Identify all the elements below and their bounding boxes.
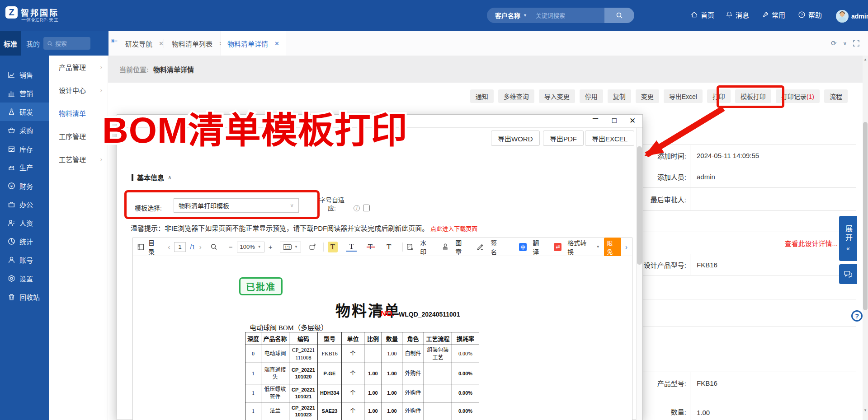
more-tools-icon[interactable]: › bbox=[625, 243, 627, 251]
zoom-out-icon[interactable]: − bbox=[229, 243, 233, 251]
submenu-item-design-center[interactable]: 设计中心› bbox=[49, 79, 108, 102]
next-page-icon[interactable]: › bbox=[199, 243, 202, 251]
sidebar-item-settings[interactable]: 设置 bbox=[0, 269, 49, 288]
refresh-icon[interactable]: ⟳ bbox=[831, 39, 837, 47]
submenu-item-bom[interactable]: 物料清单 bbox=[49, 102, 108, 125]
nav-home[interactable]: 首页 bbox=[690, 10, 714, 19]
dialog-scrollbar-thumb[interactable] bbox=[637, 146, 642, 265]
tab-bom-detail[interactable]: 物料清单详情✕ bbox=[221, 31, 286, 56]
collapse-caret-icon[interactable]: ∧ bbox=[168, 174, 172, 181]
field-add-user: 添加人员: admin bbox=[643, 166, 856, 187]
export-excel-button[interactable]: 导出Excel bbox=[664, 89, 703, 103]
multi-query-button[interactable]: 多维查询 bbox=[498, 89, 534, 103]
help-button[interactable]: ? bbox=[851, 310, 863, 322]
tab-standard[interactable]: 标准 bbox=[0, 31, 21, 56]
user-menu[interactable]: admin ∨ bbox=[836, 10, 868, 23]
download-page-link[interactable]: 点此进入下载页面 bbox=[430, 225, 477, 232]
text-strikethrough-tool[interactable]: T bbox=[365, 242, 375, 252]
collapse-tabs-icon[interactable]: ⇤ bbox=[111, 36, 118, 46]
search-icon[interactable] bbox=[210, 243, 217, 251]
scroll-up-icon[interactable]: ▴ bbox=[863, 57, 868, 61]
print-button[interactable]: 打印 bbox=[707, 89, 731, 103]
zoom-in-icon[interactable]: + bbox=[269, 243, 273, 251]
chat-button[interactable] bbox=[839, 264, 857, 284]
sidebar-item-purchase[interactable]: 采购 bbox=[0, 121, 49, 140]
prev-page-icon[interactable]: ‹ bbox=[168, 243, 170, 251]
table-row: 1端直通接 头CP_20221 101020P-GE个1.001.00外购件0.… bbox=[245, 363, 479, 384]
close-icon[interactable]: ✕ bbox=[627, 116, 638, 126]
minimize-icon[interactable]: ─ bbox=[590, 114, 601, 123]
stamp-label[interactable]: 图章 bbox=[455, 238, 467, 256]
expand-panel-button[interactable]: 展开 « bbox=[839, 216, 857, 261]
export-excel-button[interactable]: 导出EXCEL bbox=[585, 131, 634, 146]
nav-favorites[interactable]: 常用 bbox=[762, 10, 785, 19]
convert-label[interactable]: 格式转换 bbox=[567, 238, 591, 256]
font-adapt-checkbox[interactable] bbox=[363, 205, 370, 211]
submenu-item-craft-mgmt[interactable]: 工艺管理› bbox=[49, 148, 108, 171]
text-highlight-tool[interactable]: T bbox=[328, 242, 338, 252]
sidebar-item-stats[interactable]: 统计 bbox=[0, 232, 49, 251]
nav-help[interactable]: ? 帮助 bbox=[798, 10, 822, 19]
view-design-link[interactable]: 查看此设计详情... bbox=[784, 238, 838, 248]
export-pdf-button[interactable]: 导出PDF bbox=[543, 131, 584, 146]
print-record-button[interactable]: 打印记录(1) bbox=[776, 89, 820, 103]
watermark-icon[interactable] bbox=[406, 243, 414, 251]
zoom-level-select[interactable]: 100%▼ bbox=[237, 242, 264, 252]
signature-label[interactable]: 签名 bbox=[491, 238, 502, 256]
sidebar-item-hr[interactable]: 人资 bbox=[0, 214, 49, 232]
import-change-button[interactable]: 导入变更 bbox=[539, 89, 575, 103]
template-print-button[interactable]: 模板打印 bbox=[735, 89, 771, 103]
convert-icon[interactable]: ⇄ bbox=[554, 243, 561, 251]
sidebar-item-finance[interactable]: ¥ 财务 bbox=[0, 177, 49, 195]
sidebar-item-production[interactable]: 生产 bbox=[0, 158, 49, 177]
change-button[interactable]: 变更 bbox=[636, 89, 659, 103]
page-number-input[interactable] bbox=[174, 242, 186, 252]
bar-chart-icon bbox=[8, 89, 15, 97]
copy-button[interactable]: 复制 bbox=[608, 89, 631, 103]
submenu-item-product-mgmt[interactable]: 产品管理› bbox=[49, 56, 108, 79]
sidebar-item-inventory[interactable]: 库存 bbox=[0, 140, 49, 158]
search-category-select[interactable]: 客户名称 bbox=[487, 11, 520, 20]
sidebar-item-recycle-bin[interactable]: 回收站 bbox=[0, 288, 49, 306]
close-icon[interactable]: ✕ bbox=[159, 40, 164, 47]
workflow-button[interactable]: 流程 bbox=[824, 89, 848, 103]
text-tool[interactable]: T bbox=[384, 242, 394, 252]
keyword-search-input[interactable] bbox=[531, 12, 604, 19]
fullscreen-icon[interactable] bbox=[853, 40, 859, 47]
chevron-down-icon[interactable]: ∨ bbox=[843, 40, 847, 47]
nav-messages[interactable]: 消息 bbox=[726, 10, 749, 19]
sidebar-item-marketing[interactable]: 营销 bbox=[0, 84, 49, 103]
watermark-label[interactable]: 水印 bbox=[420, 238, 432, 256]
tab-rnd-nav[interactable]: 研发导航✕ bbox=[119, 31, 170, 56]
basic-info-section-header[interactable]: 基本信息 ∧ bbox=[132, 173, 172, 182]
sidebar-item-rnd[interactable]: 研发 bbox=[0, 103, 49, 121]
translate-label[interactable]: 翻译 bbox=[533, 238, 544, 256]
submenu-item-process-mgmt[interactable]: 工序管理 bbox=[49, 125, 108, 148]
field-design-model: 设计产品型号: FKB16 bbox=[643, 254, 856, 275]
stamp-icon[interactable] bbox=[441, 243, 449, 251]
dialog-scrollbar[interactable] bbox=[636, 128, 642, 420]
toc-label[interactable]: 目录 bbox=[148, 238, 160, 256]
sidebar-item-sales[interactable]: 销售 bbox=[0, 65, 49, 84]
translate-icon[interactable]: 中 bbox=[519, 243, 527, 251]
menu-search[interactable] bbox=[43, 37, 90, 50]
template-select[interactable]: 物料清单打印模板 ∨ bbox=[174, 198, 299, 213]
sidebar-item-office[interactable]: 办公 bbox=[0, 195, 49, 214]
search-button[interactable] bbox=[604, 8, 634, 23]
export-word-button[interactable]: 导出WORD bbox=[491, 131, 540, 146]
text-underline-tool[interactable]: T bbox=[346, 243, 356, 252]
tab-mine[interactable]: 我的 bbox=[24, 31, 42, 56]
notify-button[interactable]: 通知 bbox=[470, 89, 494, 103]
close-icon[interactable]: ✕ bbox=[274, 40, 279, 47]
sidebar-item-account[interactable]: 账号 bbox=[0, 251, 49, 269]
maximize-icon[interactable]: □ bbox=[609, 116, 620, 125]
rotate-icon[interactable] bbox=[309, 243, 316, 251]
disable-button[interactable]: 停用 bbox=[580, 89, 603, 103]
signature-pen-icon[interactable] bbox=[476, 243, 485, 251]
fit-select[interactable]: 1:1▼ bbox=[280, 242, 301, 252]
chevron-down-icon[interactable]: ▼ bbox=[523, 13, 527, 18]
scroll-down-icon[interactable]: ▾ bbox=[863, 408, 868, 412]
menu-search-input[interactable] bbox=[55, 40, 82, 47]
page-scrollbar-thumb[interactable] bbox=[863, 122, 868, 310]
toc-icon[interactable] bbox=[137, 243, 144, 251]
